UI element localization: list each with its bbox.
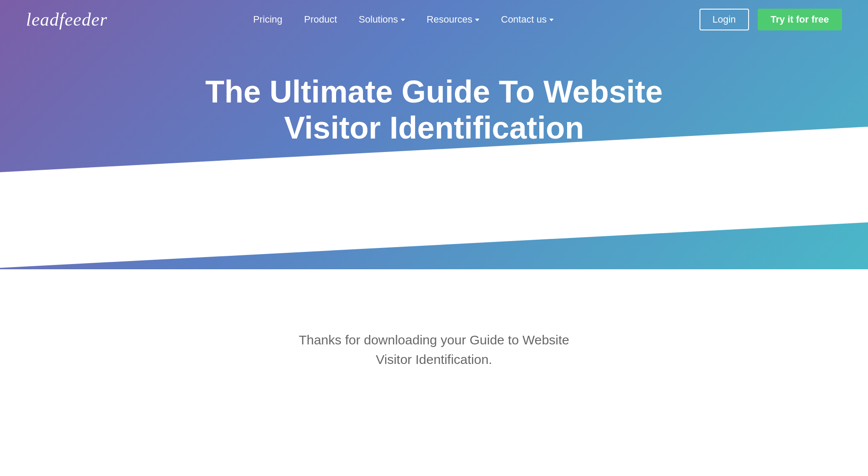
- nav-links: Pricing Product Solutions Resources Cont…: [253, 14, 554, 25]
- chevron-down-icon: [401, 19, 405, 21]
- nav-item-pricing[interactable]: Pricing: [253, 14, 282, 25]
- logo[interactable]: leadfeeder: [26, 9, 107, 30]
- content-section: Thanks for downloading your Guide to Web…: [0, 269, 868, 395]
- nav-item-solutions[interactable]: Solutions: [359, 14, 405, 25]
- nav-item-contact[interactable]: Contact us: [501, 14, 554, 25]
- chevron-down-icon: [549, 19, 554, 21]
- nav-item-resources[interactable]: Resources: [427, 14, 479, 25]
- hero-title: The Ultimate Guide To Website Visitor Id…: [195, 74, 673, 146]
- nav-actions: Login Try it for free: [700, 9, 842, 30]
- nav-link-solutions[interactable]: Solutions: [359, 14, 405, 25]
- hero-section: The Ultimate Guide To Website Visitor Id…: [0, 0, 868, 269]
- try-free-button[interactable]: Try it for free: [758, 9, 842, 30]
- hero-subtitle: ...and how it can power your B2B lead ge…: [292, 163, 576, 178]
- thank-you-text: Thanks for downloading your Guide to Web…: [282, 330, 586, 369]
- nav-link-product[interactable]: Product: [304, 14, 337, 25]
- login-button[interactable]: Login: [700, 9, 749, 30]
- chevron-down-icon: [475, 19, 479, 21]
- nav-item-product[interactable]: Product: [304, 14, 337, 25]
- nav-link-pricing[interactable]: Pricing: [253, 14, 282, 25]
- navbar: leadfeeder Pricing Product Solutions Res…: [0, 0, 868, 39]
- nav-link-contact[interactable]: Contact us: [501, 14, 554, 25]
- nav-link-resources[interactable]: Resources: [427, 14, 479, 25]
